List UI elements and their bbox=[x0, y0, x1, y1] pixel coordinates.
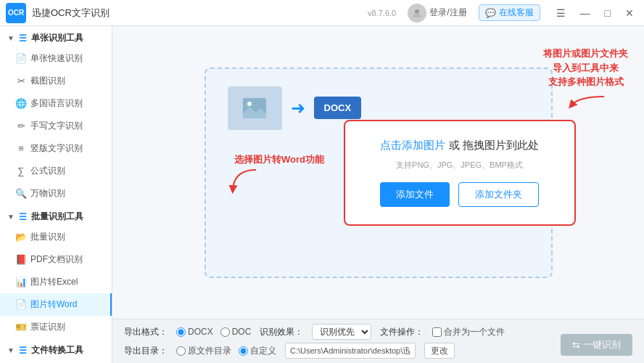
upload-click-text[interactable]: 点击添加图片 bbox=[380, 139, 445, 151]
radio-doc[interactable]: DOC bbox=[220, 327, 252, 337]
sidebar-item-formula[interactable]: ∑ 公式识别 bbox=[0, 160, 112, 182]
sidebar-item-handwriting[interactable]: ✏ 手写文字识别 bbox=[0, 115, 112, 137]
service-icon: 💬 bbox=[485, 8, 496, 18]
annotation-right-text2: 导入到工具中来 bbox=[543, 61, 628, 76]
bottom-row-2: 导出目录： 原文件目录 自定义 更改 bbox=[124, 343, 632, 359]
online-service-button[interactable]: 💬 在线客服 bbox=[479, 4, 540, 21]
sidebar-item-pdf[interactable]: 📕 PDF文档识别 bbox=[0, 248, 112, 271]
formula-icon: ∑ bbox=[16, 166, 26, 176]
sidebar-item-single-quick[interactable]: 📄 单张快速识别 bbox=[0, 47, 112, 70]
upload-box[interactable]: 点击添加图片 或 拖拽图片到此处 支持PNG、JPG、JPEG、BMP格式 添加… bbox=[344, 120, 576, 226]
convert-arrow-icon: ➜ bbox=[291, 98, 305, 118]
sidebar-section-convert-header[interactable]: ▼ ☰ 文件转换工具 bbox=[0, 338, 112, 359]
add-file-button[interactable]: 添加文件 bbox=[380, 182, 450, 207]
sidebar-item-label: 多国语言识别 bbox=[30, 97, 83, 110]
sidebar-section-single-header[interactable]: ▼ ☰ 单张识别工具 bbox=[0, 26, 112, 47]
main-layout: ▼ ☰ 单张识别工具 📄 单张快速识别 ✂ 截图识别 🌐 多国语言识别 ✏ 手写… bbox=[0, 26, 644, 363]
svg-point-2 bbox=[247, 102, 252, 106]
radio-custom[interactable]: 自定义 bbox=[239, 345, 276, 357]
menu-icon[interactable]: ☰ bbox=[552, 6, 570, 20]
output-radios: 原文件目录 自定义 bbox=[176, 345, 276, 357]
titlebar: OCR 迅捷OCR文字识别 v8.7.6.0 登录/注册 💬 在线客服 ☰ — … bbox=[0, 0, 644, 26]
upload-title: 点击添加图片 或 拖拽图片到此处 bbox=[380, 139, 538, 152]
change-path-button[interactable]: 更改 bbox=[424, 343, 455, 359]
radio-custom-input[interactable] bbox=[239, 346, 248, 356]
annotation-right: 将图片或图片文件夹 导入到工具中来 支持多种图片格式 bbox=[543, 46, 628, 113]
annotation-left: 选择图片转Word功能 bbox=[234, 153, 324, 166]
radio-doc-label: DOC bbox=[232, 327, 252, 337]
fold-icon: ▼ bbox=[7, 34, 15, 42]
export-format-radios: DOCX DOC bbox=[176, 327, 251, 337]
section3-icon: ☰ bbox=[19, 346, 27, 356]
login-button[interactable]: 登录/注册 bbox=[408, 4, 466, 23]
radio-original-label: 原文件目录 bbox=[188, 345, 231, 357]
left-arrow-svg bbox=[227, 166, 263, 195]
sidebar-item-img-word[interactable]: 📄 图片转Word bbox=[0, 293, 112, 316]
sidebar-item-label: PDF文档识别 bbox=[30, 253, 83, 266]
minimize-button[interactable]: — bbox=[576, 6, 595, 20]
handwriting-icon: ✏ bbox=[16, 121, 26, 131]
sidebar-item-img-pdf[interactable]: 🖼 图片转PDF bbox=[0, 359, 112, 363]
recognize-icon: ⇆ bbox=[572, 340, 580, 351]
maximize-button[interactable]: □ bbox=[600, 6, 615, 20]
sidebar-item-label: 竖版文字识别 bbox=[30, 142, 83, 155]
radio-docx-input[interactable] bbox=[176, 327, 186, 337]
radio-original[interactable]: 原文件目录 bbox=[176, 345, 231, 357]
section2-icon: ☰ bbox=[19, 212, 27, 222]
recognize-btn-container: ⇆ 一键识别 bbox=[561, 334, 632, 356]
section3-label: 文件转换工具 bbox=[31, 344, 83, 356]
upload-or-text: 或 bbox=[449, 139, 463, 151]
merge-label: 合并为一个文件 bbox=[444, 326, 505, 338]
service-text: 在线客服 bbox=[499, 7, 534, 19]
screenshot-icon: ✂ bbox=[16, 76, 26, 86]
sidebar-item-screenshot[interactable]: ✂ 截图识别 bbox=[0, 70, 112, 92]
docx-badge: DOCX bbox=[314, 97, 362, 119]
logo-text: OCR bbox=[8, 9, 24, 17]
sidebar-item-all[interactable]: 🔍 万物识别 bbox=[0, 182, 112, 205]
illustration: ➜ DOCX bbox=[228, 86, 362, 130]
merge-input[interactable] bbox=[432, 327, 442, 337]
merge-checkbox[interactable]: 合并为一个文件 bbox=[432, 326, 505, 338]
sidebar-item-label: 票证识别 bbox=[30, 321, 65, 333]
sidebar-item-label: 图片转Excel bbox=[30, 276, 78, 288]
recognize-button[interactable]: ⇆ 一键识别 bbox=[561, 334, 632, 356]
file-op-label: 文件操作： bbox=[380, 326, 424, 338]
app-title: 迅捷OCR文字识别 bbox=[32, 7, 368, 20]
sidebar-item-label: 公式识别 bbox=[30, 165, 65, 177]
section2-label: 批量识别工具 bbox=[31, 211, 83, 223]
sidebar-item-multilang[interactable]: 🌐 多国语言识别 bbox=[0, 92, 112, 115]
output-label: 导出目录： bbox=[124, 345, 168, 357]
sidebar-item-ticket[interactable]: 🎫 票证识别 bbox=[0, 316, 112, 338]
single-quick-icon: 📄 bbox=[16, 54, 26, 64]
image-placeholder bbox=[228, 86, 282, 130]
annotation-left-text: 选择图片转Word功能 bbox=[234, 154, 324, 165]
sidebar-item-vertical[interactable]: ≡ 竖版文字识别 bbox=[0, 137, 112, 160]
sidebar-section-batch-header[interactable]: ▼ ☰ 批量识别工具 bbox=[0, 205, 112, 226]
output-path-input[interactable] bbox=[285, 343, 416, 359]
sidebar-item-img-excel[interactable]: 📊 图片转Excel bbox=[0, 271, 112, 293]
effect-select[interactable]: 识别优先 bbox=[312, 324, 371, 340]
radio-doc-input[interactable] bbox=[220, 327, 230, 337]
sidebar-item-label: 单张快速识别 bbox=[30, 52, 83, 65]
upload-subtitle: 支持PNG、JPG、JPEG、BMP格式 bbox=[396, 160, 523, 171]
multilang-icon: 🌐 bbox=[16, 99, 26, 109]
pdf-icon: 📕 bbox=[16, 255, 26, 265]
radio-original-input[interactable] bbox=[176, 346, 186, 356]
window-controls: ☰ — □ ✕ bbox=[552, 6, 638, 20]
radio-custom-label: 自定义 bbox=[250, 345, 276, 357]
annotation-right-text3: 支持多种图片格式 bbox=[543, 75, 628, 89]
bottom-row-1: 导出格式： DOCX DOC 识别效果： 识别优先 文件操作： bbox=[124, 324, 632, 340]
add-folder-button[interactable]: 添加文件夹 bbox=[458, 182, 539, 207]
close-button[interactable]: ✕ bbox=[621, 6, 638, 20]
sidebar-section-convert: ▼ ☰ 文件转换工具 🖼 图片转PDF bbox=[0, 338, 112, 363]
upload-drag-text: 拖拽图片到此处 bbox=[463, 139, 539, 151]
recognize-label: 一键识别 bbox=[583, 338, 621, 351]
sidebar-item-batch[interactable]: 📂 批量识别 bbox=[0, 226, 112, 248]
app-version: v8.7.6.0 bbox=[368, 9, 396, 17]
export-format-label: 导出格式： bbox=[124, 326, 168, 338]
dropzone-area: ➜ DOCX 点击添加图片 或 拖拽图片到此处 支持PNG、JPG、JPEG、B… bbox=[112, 26, 644, 319]
radio-docx[interactable]: DOCX bbox=[176, 327, 213, 337]
login-text[interactable]: 登录/注册 bbox=[429, 7, 466, 19]
right-arrow-svg bbox=[564, 91, 608, 113]
sidebar-item-label: 手写文字识别 bbox=[30, 120, 83, 132]
